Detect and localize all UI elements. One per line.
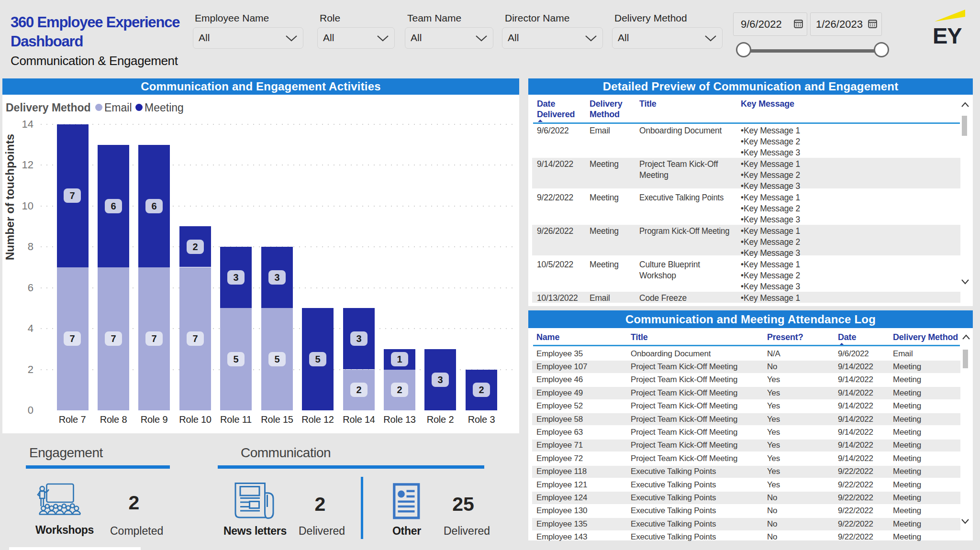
svg-text:EY: EY — [933, 23, 962, 48]
